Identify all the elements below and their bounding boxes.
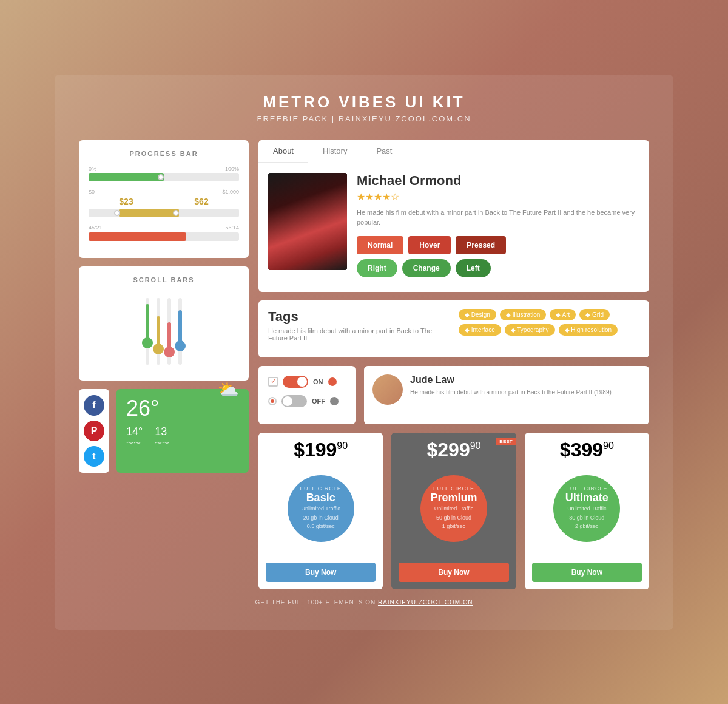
radio-off[interactable]	[268, 397, 277, 405]
main-subtitle: FREEBIE PACK | RAINXIEYU.ZCOOL.COM.CN	[79, 114, 649, 123]
buy-basic-button[interactable]: Buy Now	[266, 563, 376, 582]
progress-handle-2a[interactable]	[114, 210, 120, 216]
tag-art[interactable]: ◆ Art	[550, 309, 576, 320]
weather-temp: 26°	[126, 398, 159, 419]
right-button[interactable]: Right	[357, 259, 397, 277]
toggle-on-label: ON	[313, 378, 323, 385]
normal-button[interactable]: Normal	[357, 236, 403, 254]
pricing-body-ultimate: FULL CIRCLE Ultimate Unlimited Traffic80…	[525, 465, 649, 558]
scroll-handle-4[interactable]	[175, 340, 186, 351]
toggle-switch-on[interactable]	[283, 376, 308, 388]
progress-track-1[interactable]	[89, 173, 239, 181]
price-premium: $29990	[427, 439, 481, 461]
radio-dot	[271, 399, 274, 403]
scroll-handle-1[interactable]	[142, 337, 153, 348]
bottom-right-row: ✓ ON OFF	[258, 366, 649, 424]
weather-details: 14° 〜〜 13 〜〜	[126, 425, 239, 448]
wave-icon: 〜〜	[126, 438, 143, 448]
tag-design[interactable]: ◆ Design	[459, 309, 496, 320]
progress-row-1: 0% 100%	[89, 166, 239, 181]
tab-history[interactable]: History	[308, 140, 362, 163]
facebook-button[interactable]: f	[84, 395, 104, 416]
toggle-switch-off[interactable]	[281, 395, 307, 407]
tag-grid[interactable]: ◆ Grid	[579, 309, 610, 320]
checkbox-on[interactable]: ✓	[268, 377, 278, 387]
tag-typography[interactable]: ◆ Typography	[505, 324, 555, 336]
buy-premium-button[interactable]: Buy Now	[399, 563, 508, 582]
toggle-card: ✓ ON OFF	[258, 366, 356, 424]
left-button[interactable]: Left	[456, 259, 491, 277]
profile-tabs: About History Past	[258, 140, 649, 163]
left-column: PROGRESS BAR 0% 100% $0 $1,000	[79, 140, 249, 589]
weather-icon: ⛅	[218, 379, 239, 399]
color-dot-on	[328, 377, 337, 386]
pricing-header-basic: $19990	[258, 433, 383, 465]
progress-handle-2b[interactable]	[173, 210, 179, 216]
scroll-handle-3[interactable]	[164, 347, 175, 357]
pinterest-button[interactable]: P	[84, 421, 104, 441]
profile-desc: He made his film debut with a minor part…	[357, 208, 639, 228]
social-panel: f P t	[79, 389, 109, 473]
profile-stars: ★★★★☆	[357, 191, 639, 203]
scroll-bars-panel: SCROLL BARS	[79, 266, 249, 381]
scroll-thumb-1	[146, 304, 149, 340]
footer-link[interactable]: RAINXIEYU.ZCOOL.COM.CN	[378, 599, 473, 606]
tags-card: Tags He made his film debut with a minor…	[258, 300, 649, 357]
range-min-3: 45:21	[89, 225, 103, 231]
change-button[interactable]: Change	[402, 259, 451, 277]
profile-image	[268, 173, 347, 270]
footer-text: GET THE FULL 100+ ELEMENTS ON	[255, 599, 376, 606]
range-val2: $62	[194, 197, 208, 206]
scroll-thumb-2	[157, 316, 160, 347]
price-premium-cents: 90	[470, 441, 481, 451]
circle-ultimate: FULL CIRCLE Ultimate Unlimited Traffic80…	[553, 475, 620, 542]
scroll-handle-2[interactable]	[153, 344, 164, 354]
tag-interface[interactable]: ◆ Interface	[459, 324, 501, 336]
pinterest-icon: P	[91, 425, 98, 436]
profile-content: Michael Ormond ★★★★☆ He made his film de…	[258, 163, 649, 292]
scroll-bars-container	[89, 292, 239, 371]
pressed-button[interactable]: Pressed	[456, 236, 506, 254]
main-card: METRO VIBES UI KIT FREEBIE PACK | RAINXI…	[55, 75, 673, 630]
pricing-body-basic: FULL CIRCLE Basic Unlimited Traffic20 gb…	[258, 465, 383, 558]
progress-track-2[interactable]	[89, 209, 239, 217]
person-card: Jude Law He made his film debut with a m…	[364, 366, 649, 424]
tag-illustration[interactable]: ◆ Illustration	[500, 309, 546, 320]
twitter-button[interactable]: t	[84, 446, 104, 467]
scroll-bars-title: SCROLL BARS	[89, 276, 239, 283]
range-min-2: $0	[89, 189, 95, 195]
toggle-off-label: OFF	[312, 398, 325, 405]
pricing-card-ultimate: $39990 FULL CIRCLE Ultimate Unlimited Tr…	[525, 433, 649, 589]
toggle-row-on: ✓ ON	[268, 376, 346, 388]
range-labels-2: $0 $1,000	[89, 189, 239, 195]
tags-title: Tags	[268, 309, 449, 325]
circle-label-premium: FULL CIRCLE	[433, 486, 474, 492]
circle-premium: FULL CIRCLE Premium Unlimited Traffic50 …	[420, 475, 487, 542]
progress-handle-1[interactable]	[158, 174, 164, 180]
circle-title-premium: Premium	[430, 492, 477, 504]
tag-highres[interactable]: ◆ High resolution	[559, 324, 618, 336]
tags-grid: ◆ Design ◆ Illustration ◆ Art ◆ Grid ◆ I…	[459, 309, 639, 336]
progress-row-3: 45:21 56:14	[89, 225, 239, 241]
tab-about[interactable]: About	[258, 140, 308, 163]
pricing-body-premium: FULL CIRCLE Premium Unlimited Traffic50 …	[391, 465, 516, 558]
progress-row-2: $0 $1,000 $23 $62	[89, 189, 239, 217]
scroll-track-1	[146, 298, 149, 365]
range-max-2: $1,000	[222, 189, 239, 195]
price-ultimate: $39990	[560, 439, 614, 461]
pricing-card-premium: BEST $29990 FULL CIRCLE Premium Unlimite…	[391, 433, 516, 589]
progress-track-3[interactable]	[89, 232, 239, 241]
price-ultimate-cents: 90	[603, 441, 614, 451]
features-ultimate: Unlimited Traffic80 gb in Cloud2 gbit/se…	[567, 504, 606, 530]
circle-label-ultimate: FULL CIRCLE	[566, 486, 607, 492]
wind-icon: 〜〜	[155, 438, 169, 448]
buy-ultimate-button[interactable]: Buy Now	[532, 563, 642, 582]
range-max-3: 56:14	[225, 225, 239, 231]
tab-past[interactable]: Past	[362, 140, 406, 163]
footer: GET THE FULL 100+ ELEMENTS ON RAINXIEYU.…	[79, 599, 649, 606]
button-row-1: Normal Hover Pressed	[357, 236, 639, 254]
hover-button[interactable]: Hover	[408, 236, 451, 254]
person-desc: He made his film debut with a minor part…	[410, 388, 612, 397]
progress-bar-panel: PROGRESS BAR 0% 100% $0 $1,000	[79, 140, 249, 258]
main-title: METRO VIBES UI KIT	[79, 93, 649, 112]
